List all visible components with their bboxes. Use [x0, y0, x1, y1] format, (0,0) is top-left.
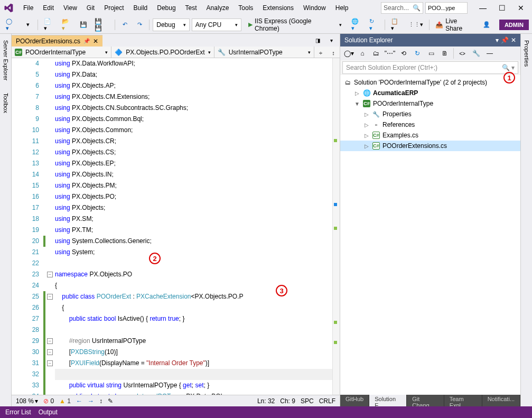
menu-view[interactable]: View — [59, 2, 81, 14]
class-icon: 🔷 — [115, 49, 123, 56]
pencil-icon[interactable]: ✎ — [108, 397, 113, 405]
close-button[interactable]: ✕ — [512, 1, 530, 15]
explorer-toolbar: ◯▾ ⌂ 🗂 "⋯" ⟲ ↻ ▭ 🗎 <> 🔧 — — [340, 47, 520, 60]
save-all-button[interactable]: 💾💾 — [92, 18, 112, 31]
refresh-button[interactable]: ↻ ▾ — [367, 18, 381, 31]
pending-button[interactable]: "⋯" — [384, 48, 396, 59]
sync-icon[interactable]: ↕ — [99, 397, 102, 405]
zoom-control[interactable]: 108 % ▾ — [16, 397, 38, 405]
tree-item[interactable]: ▷▫References — [340, 119, 520, 130]
pin-icon[interactable]: 📌 — [83, 38, 90, 44]
menu-git[interactable]: Git — [82, 2, 99, 14]
nav-project-combo[interactable]: C# POOrderInternalType▾ — [12, 47, 111, 58]
back-button[interactable]: ◯ ▾ — [3, 18, 20, 31]
refresh-exp-button[interactable]: ↻ — [411, 48, 424, 59]
step-button[interactable]: ⋮⋮▾ — [406, 18, 426, 31]
tree-item[interactable]: ▼C#POOrderInternalType — [340, 98, 520, 109]
menu-debug[interactable]: Debug — [153, 2, 180, 14]
menu-project[interactable]: Project — [100, 2, 128, 14]
save-button[interactable]: 💾 — [77, 18, 90, 31]
menu-edit[interactable]: Edit — [39, 2, 58, 14]
bottom-tab[interactable]: Git Chang... — [407, 395, 444, 406]
home-button[interactable]: ⌂ — [356, 48, 369, 59]
menu-file[interactable]: File — [19, 2, 38, 14]
feedback-button[interactable]: 👤 — [480, 18, 493, 31]
menu-build[interactable]: Build — [129, 2, 152, 14]
code-content[interactable]: using PX.Data.WorkflowAPI;using PX.Data;… — [55, 58, 332, 395]
status-item[interactable]: Error List — [5, 408, 31, 416]
nav-class-combo[interactable]: 🔷 PX.Objects.PO.POOrderExt▾ — [111, 47, 214, 58]
properties-tab[interactable]: Properties — [522, 36, 531, 71]
tab-dropdown[interactable]: ▾ — [325, 34, 338, 47]
open-button[interactable]: 📂▾ — [59, 18, 75, 31]
editor-pane: POOrderExtensions.cs 📌 ✕ ◨ ▾ C# POOrderI… — [12, 34, 340, 406]
menu-analyze[interactable]: Analyze — [202, 2, 234, 14]
close-tab-icon[interactable]: ✕ — [93, 38, 98, 45]
left-tab-server-explorer[interactable]: Server Explorer — [2, 36, 10, 85]
menu-test[interactable]: Test — [181, 2, 201, 14]
vs-logo-icon — [2, 2, 15, 14]
properties-button[interactable]: 🔧 — [470, 48, 482, 59]
minimize-button[interactable]: — — [474, 1, 492, 15]
find-button[interactable]: 📋▾ — [388, 18, 404, 31]
tree-item[interactable]: ▷C#Examples.cs — [340, 130, 520, 141]
platform-combo[interactable]: Any CPU▾ — [192, 18, 241, 31]
tree-root[interactable]: 🗂Solution 'POOrderInternalType' (2 of 2 … — [340, 77, 520, 88]
nav-next[interactable]: → — [88, 397, 94, 405]
warnings[interactable]: ▲ 1 — [59, 397, 71, 405]
nav-prev[interactable]: ← — [76, 397, 82, 405]
new-project-button[interactable]: 📄▾ — [41, 18, 57, 31]
menu-tools[interactable]: Tools — [234, 2, 257, 14]
solution-explorer: Solution Explorer ▾ 📌 ✕ ◯▾ ⌂ 🗂 "⋯" ⟲ ↻ ▭… — [340, 34, 520, 406]
menu-window[interactable]: Window — [299, 2, 330, 14]
code-button[interactable]: <> — [456, 48, 469, 59]
menu-bar: FileEditViewGitProjectBuildDebugTestAnal… — [16, 2, 352, 14]
maximize-button[interactable]: ☐ — [493, 1, 511, 15]
bottom-tab[interactable]: Team Expl... — [444, 395, 482, 406]
title-bar: FileEditViewGitProjectBuildDebugTestAnal… — [0, 0, 532, 16]
nav-member-combo[interactable]: 🔧 UsrInternalPOType▾ — [214, 47, 314, 58]
preview-button[interactable]: ◨ — [311, 34, 324, 47]
search-input[interactable]: Search... 🔍 — [381, 2, 423, 14]
explorer-search[interactable]: Search Solution Explorer (Ctrl+;) 🔍 ▾ — [342, 61, 518, 74]
document-tab-active[interactable]: POOrderExtensions.cs 📌 ✕ — [12, 35, 102, 47]
start-debug-button[interactable]: ▶ IIS Express (Google Chrome) ▾ — [244, 18, 347, 31]
show-all-files-button[interactable]: 🗎 — [438, 48, 451, 59]
indent-mode[interactable]: SPC — [301, 397, 314, 405]
char-indicator: Ch: 9 — [280, 397, 295, 405]
panel-close-icon[interactable]: ✕ — [511, 36, 516, 44]
undo-button[interactable]: ↶ — [118, 18, 131, 31]
solution-name-box[interactable]: POO...ype — [425, 2, 468, 14]
browser-link-button[interactable]: 🌐▾ — [349, 18, 365, 31]
bottom-tab[interactable]: GitHub — [340, 395, 369, 406]
bottom-tab[interactable]: Solution E... — [369, 395, 407, 406]
swap-button[interactable]: ↕ — [327, 47, 340, 59]
folder-view-button[interactable]: 🗂 — [370, 48, 382, 59]
tree-item[interactable]: ▷C#POOrderExtensions.cs — [340, 141, 520, 151]
menu-help[interactable]: Help — [331, 2, 353, 14]
solution-tree[interactable]: 1 🗂Solution 'POOrderInternalType' (2 of … — [340, 75, 520, 395]
bottom-tab[interactable]: Notificati... — [482, 395, 520, 406]
home-dropdown[interactable]: ◯▾ — [342, 48, 355, 59]
more-button[interactable]: — — [483, 48, 496, 59]
cs-project-icon: C# — [15, 49, 22, 56]
config-combo[interactable]: Debug▾ — [153, 18, 190, 31]
no-issues[interactable]: ⊘ 0 — [43, 397, 54, 405]
redo-button[interactable]: ↷ — [133, 18, 146, 31]
collapse-button[interactable]: ▭ — [425, 48, 437, 59]
left-tab-toolbox[interactable]: Toolbox — [2, 89, 10, 117]
live-share-button[interactable]: 📤Live Share — [433, 18, 478, 31]
panel-dropdown-icon[interactable]: ▾ — [496, 36, 499, 44]
tree-item[interactable]: ▷🔧Properties — [340, 109, 520, 119]
line-ending[interactable]: CRLF — [319, 397, 335, 405]
split-button[interactable]: ÷ — [314, 47, 327, 59]
forward-button[interactable]: ▾ — [22, 18, 34, 31]
warning-icon: ▲ — [59, 397, 66, 405]
code-editor[interactable]: 4567891011121314151617181920212223242526… — [12, 58, 340, 395]
navigation-bar: C# POOrderInternalType▾ 🔷 PX.Objects.PO.… — [12, 47, 340, 58]
menu-extensions[interactable]: Extensions — [258, 2, 298, 14]
status-item[interactable]: Output — [39, 408, 58, 416]
sync-button[interactable]: ⟲ — [397, 48, 410, 59]
panel-pin-icon[interactable]: 📌 — [501, 36, 509, 44]
tree-item[interactable]: ▷🌐AcumaticaERP — [340, 88, 520, 98]
